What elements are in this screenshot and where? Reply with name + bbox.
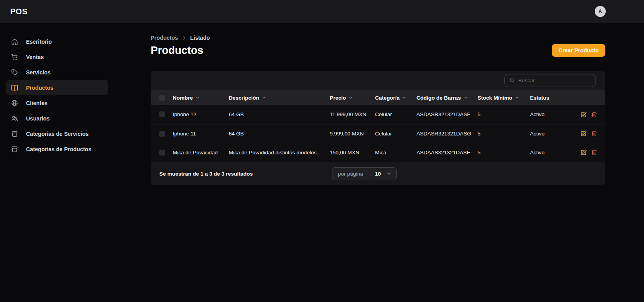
cell-nombre: Iphone 12: [173, 105, 229, 124]
search-input[interactable]: [518, 78, 591, 83]
column-header-categoria[interactable]: Categoría: [375, 90, 416, 105]
cell-estatus: Activo: [530, 105, 581, 124]
cell-categoria: Celular: [375, 105, 416, 124]
column-header-stock-minimo[interactable]: Stock Mínimo: [478, 90, 530, 105]
cell-nombre: Mica de Privacidad: [173, 143, 229, 162]
sidebar-item-usuarios[interactable]: Usuarios: [6, 111, 108, 126]
cell-stock-minimo: 5: [478, 124, 530, 143]
sidebar-item-categorias-productos[interactable]: Categorias de Productos: [6, 141, 108, 157]
column-header-estatus: Estatus: [530, 90, 581, 105]
table-header-row: Nombre Descripción Precio Categoría Códi…: [151, 90, 605, 105]
cell-categoria: Mica: [375, 143, 416, 162]
trash-icon[interactable]: [591, 111, 597, 118]
trash-icon[interactable]: [591, 130, 597, 137]
per-page-label: por página: [332, 171, 369, 177]
sidebar-item-clientes[interactable]: Clientes: [6, 95, 108, 111]
row-checkbox[interactable]: [159, 150, 165, 156]
cell-categoria: Celular: [375, 124, 416, 143]
globe-icon: [11, 99, 19, 107]
cell-precio: 11.999,00 MXN: [330, 105, 375, 124]
sidebar-item-label: Usuarios: [26, 115, 50, 122]
sidebar-item-label: Categorias de Productos: [26, 146, 91, 152]
sort-chevron-icon: [402, 95, 407, 100]
search-box: [504, 74, 596, 87]
user-avatar[interactable]: A: [595, 6, 606, 17]
sidebar-item-categorias-servicios[interactable]: Categorias de Servicios: [6, 126, 108, 141]
edit-icon[interactable]: [581, 111, 587, 118]
cell-nombre: Iphone 11: [173, 124, 229, 143]
topbar: POS A: [0, 0, 644, 23]
edit-icon[interactable]: [581, 130, 587, 137]
main-content: Productos Listado Productos Crear Produc…: [114, 23, 644, 302]
products-table: Nombre Descripción Precio Categoría Códi…: [151, 90, 605, 162]
column-header-actions: [581, 90, 605, 105]
cell-stock-minimo: 5: [478, 143, 530, 162]
breadcrumb-parent[interactable]: Productos: [151, 35, 178, 41]
column-header-nombre[interactable]: Nombre: [173, 90, 229, 105]
trash-icon[interactable]: [591, 149, 597, 156]
select-all-checkbox[interactable]: [159, 95, 165, 101]
sidebar-item-label: Escritorio: [26, 39, 52, 45]
create-product-button[interactable]: Crear Producto: [552, 44, 605, 57]
sidebar-item-servicios[interactable]: Servicios: [6, 65, 108, 80]
cell-codigo-barras: ASDASR321321DASG: [416, 124, 478, 143]
edit-icon[interactable]: [581, 149, 587, 156]
chevron-down-icon: [386, 171, 392, 176]
per-page-select[interactable]: por página 10: [332, 167, 397, 180]
search-icon: [509, 78, 515, 83]
sidebar: Escritorio Ventas Servicios Productos Cl: [0, 23, 114, 302]
sidebar-item-label: Servicios: [26, 69, 50, 76]
sidebar-item-escritorio[interactable]: Escritorio: [6, 34, 108, 49]
cell-precio: 150,00 MXN: [330, 143, 375, 162]
sort-chevron-icon: [195, 95, 200, 100]
cell-estatus: Activo: [530, 124, 581, 143]
per-page-value: 10: [369, 171, 386, 177]
products-table-panel: Nombre Descripción Precio Categoría Códi…: [151, 71, 605, 185]
row-checkbox[interactable]: [159, 131, 165, 137]
cell-codigo-barras: ASDAAS321321DASF: [416, 143, 478, 162]
sort-chevron-icon: [348, 95, 353, 100]
cell-descripcion: 64 GB: [229, 105, 330, 124]
archive-icon: [11, 130, 19, 138]
table-footer: Se muestran de 1 a 3 de 3 resultados por…: [151, 162, 605, 185]
table-row: Mica de Privacidad Mica de Privadidad di…: [151, 143, 605, 162]
cell-stock-minimo: 5: [478, 105, 530, 124]
breadcrumb: Productos Listado: [151, 35, 210, 41]
sidebar-item-label: Categorias de Servicios: [26, 131, 89, 137]
sort-chevron-icon: [261, 95, 266, 100]
cell-descripcion: Mica de Privadidad distintos modelos: [229, 143, 330, 162]
book-open-icon: [11, 84, 19, 92]
chevron-right-icon: [181, 35, 187, 41]
column-header-descripcion[interactable]: Descripción: [229, 90, 330, 105]
app-logo: POS: [10, 7, 28, 16]
sidebar-item-label: Productos: [26, 85, 53, 91]
sort-chevron-icon: [515, 95, 519, 100]
page-header: Productos Listado Productos Crear Produc…: [151, 35, 605, 57]
column-header-precio[interactable]: Precio: [330, 90, 375, 105]
sidebar-item-productos[interactable]: Productos: [6, 80, 108, 95]
tag-icon: [11, 69, 19, 76]
archive-icon: [11, 145, 19, 153]
cell-estatus: Activo: [530, 143, 581, 162]
breadcrumb-current: Listado: [190, 35, 210, 41]
home-icon: [11, 38, 19, 46]
table-row: Iphone 11 64 GB 9.999,00 MXN Celular ASD…: [151, 124, 605, 143]
column-header-codigo-barras[interactable]: Código de Barras: [416, 90, 478, 105]
cell-precio: 9.999,00 MXN: [330, 124, 375, 143]
row-checkbox[interactable]: [159, 111, 165, 117]
cell-descripcion: 64 GB: [229, 124, 330, 143]
sidebar-item-label: Ventas: [26, 54, 44, 60]
users-icon: [11, 115, 19, 122]
results-summary: Se muestran de 1 a 3 de 3 resultados: [159, 171, 253, 177]
page-title: Productos: [151, 44, 210, 57]
table-row: Iphone 12 64 GB 11.999,00 MXN Celular AS…: [151, 105, 605, 124]
sort-chevron-icon: [463, 95, 468, 100]
sidebar-item-ventas[interactable]: Ventas: [6, 49, 108, 65]
table-toolbar: [151, 71, 605, 90]
cell-codigo-barras: ASDASR321321DASF: [416, 105, 478, 124]
shopping-cart-icon: [11, 53, 19, 61]
sidebar-item-label: Clientes: [26, 100, 47, 106]
